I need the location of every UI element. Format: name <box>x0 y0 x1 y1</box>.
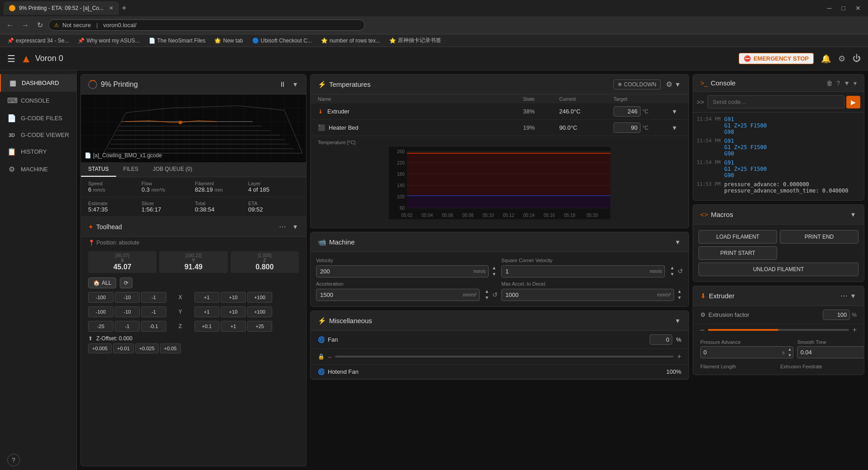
jog-y-minus100[interactable]: -100 <box>88 306 113 317</box>
jog-y-minus1[interactable]: -1 <box>141 306 166 317</box>
square-corner-input[interactable] <box>502 266 650 277</box>
load-filament-button[interactable]: LOAD FILAMENT <box>698 230 777 244</box>
toolhead-more-button[interactable]: ⋯ <box>277 221 288 232</box>
emergency-stop-button[interactable]: ⛔ EMERGENCY STOP <box>739 53 814 64</box>
tab-status[interactable]: STATUS <box>81 162 116 177</box>
jog-x-minus10[interactable]: -10 <box>115 292 140 303</box>
pressure-advance-input[interactable] <box>701 347 782 357</box>
pressure-advance-up[interactable]: ▲ <box>787 347 793 352</box>
bookmark-expresscard[interactable]: 📌 expresscard 34 - Se... <box>4 37 72 45</box>
jog-x-minus1[interactable]: -1 <box>141 292 166 303</box>
square-corner-down[interactable]: ▼ <box>669 271 676 277</box>
max-accel-input[interactable] <box>502 289 657 301</box>
max-accel-up[interactable]: ▲ <box>676 288 683 295</box>
expand-print-button[interactable]: ▾ <box>292 79 299 89</box>
bookmark-newtab[interactable]: 🌟 New tab <box>211 37 246 45</box>
extrusion-minus-icon[interactable]: – <box>700 326 704 334</box>
console-send-input[interactable] <box>708 95 844 108</box>
console-send-button[interactable]: ▶ <box>846 96 860 108</box>
acceleration-down[interactable]: ▼ <box>483 295 491 301</box>
square-corner-up[interactable]: ▲ <box>669 265 676 271</box>
minimize-button[interactable]: ─ <box>824 5 835 12</box>
all-home-button[interactable]: 🏠 ALL <box>88 277 116 288</box>
maximize-button[interactable]: □ <box>838 5 849 12</box>
velocity-input[interactable] <box>316 266 473 277</box>
menu-button[interactable]: ☰ <box>7 53 15 64</box>
new-tab-button[interactable]: + <box>119 4 129 13</box>
unload-filament-button[interactable]: UNLOAD FILAMENT <box>698 263 859 276</box>
zoffset-plus0025[interactable]: +0.025 <box>135 343 159 353</box>
extruder-expand-button[interactable]: ▾ <box>849 291 857 301</box>
jog-z-plus01[interactable]: +0.1 <box>194 321 220 332</box>
pressure-advance-down[interactable]: ▼ <box>787 352 793 358</box>
heater-bed-target-input[interactable] <box>613 122 641 133</box>
console-help-button[interactable]: ? <box>836 80 840 87</box>
square-corner-reset[interactable]: ↺ <box>678 268 683 275</box>
extruder-more-button[interactable]: ⋯ <box>839 291 849 301</box>
bookmark-asus[interactable]: 📌 Why wont my ASUS... <box>74 37 143 45</box>
fan-input[interactable] <box>650 334 672 345</box>
extrusion-plus-icon[interactable]: + <box>853 326 857 334</box>
jog-z-minus01[interactable]: -0.1 <box>141 321 166 332</box>
jog-z-plus1[interactable]: +1 <box>221 321 246 332</box>
back-button[interactable]: ← <box>4 20 16 30</box>
jog-y-plus100[interactable]: +100 <box>247 306 273 317</box>
misc-expand-button[interactable]: ▾ <box>674 315 681 326</box>
toolhead-collapse-button[interactable]: ▾ <box>292 221 299 232</box>
temp-expand-button[interactable]: ▾ <box>674 79 681 89</box>
jog-z-minus25[interactable]: -25 <box>88 321 113 332</box>
sidebar-item-dashboard[interactable]: ▦ DASHBOARD <box>0 74 76 92</box>
jog-x-plus10[interactable]: +10 <box>221 292 246 303</box>
extrusion-slider[interactable] <box>708 329 849 331</box>
jog-x-minus100[interactable]: -100 <box>88 292 113 303</box>
settings-icon[interactable]: ⚙ <box>838 54 845 64</box>
temp-settings-button[interactable]: ⚙ <box>664 79 674 89</box>
machine-expand-button[interactable]: ▾ <box>674 237 681 247</box>
fan-slider[interactable] <box>335 356 673 357</box>
jog-z-plus25[interactable]: +25 <box>247 321 273 332</box>
help-button[interactable]: ? <box>7 454 20 466</box>
jog-z-minus1[interactable]: -1 <box>115 321 140 332</box>
power-icon[interactable]: ⏻ <box>853 54 861 63</box>
extruder-temp-more[interactable]: ▾ <box>668 106 681 117</box>
jog-y-plus10[interactable]: +10 <box>221 306 246 317</box>
extrusion-factor-input[interactable] <box>823 310 850 320</box>
acceleration-reset[interactable]: ↺ <box>492 291 498 298</box>
jog-y-plus1[interactable]: +1 <box>194 306 220 317</box>
tab-files[interactable]: FILES <box>116 162 146 177</box>
forward-button[interactable]: → <box>19 20 32 30</box>
console-trash-button[interactable]: 🗑 <box>826 80 833 87</box>
print-start-button[interactable]: PRINT START <box>698 246 777 260</box>
close-button[interactable]: ✕ <box>852 5 864 12</box>
reload-button[interactable]: ↻ <box>34 20 46 30</box>
address-bar[interactable]: ⚠ Not secure | voron0.local/ <box>48 19 365 31</box>
tab-job-queue[interactable]: JOB QUEUE (0) <box>146 162 199 177</box>
pause-button[interactable]: ⏸ <box>277 80 288 89</box>
zoffset-plus001[interactable]: +0.01 <box>113 343 134 353</box>
bookmark-neosmartfiles[interactable]: 📄 The NeoSmart Files <box>145 37 209 45</box>
console-filter-button[interactable]: ▼ <box>844 80 850 87</box>
motors-off-button[interactable]: ⟳ <box>120 277 132 288</box>
console-expand-button[interactable]: ▾ <box>854 80 857 87</box>
zoffset-plus005[interactable]: +0.05 <box>160 343 181 353</box>
bookmark-ubisoft[interactable]: 🔵 Ubisoft Checkout C... <box>249 37 316 45</box>
browser-tab[interactable]: 9% Printing - ETA: 09:52 - [a]_Co... ✕ <box>4 1 119 15</box>
max-accel-down[interactable]: ▼ <box>676 295 683 301</box>
cooldown-button[interactable]: ❄ COOLDOWN <box>613 80 660 89</box>
bookmark-rows[interactable]: ⭐ number of rows tex... <box>317 37 384 45</box>
acceleration-up[interactable]: ▲ <box>483 288 491 295</box>
jog-x-plus1[interactable]: +1 <box>194 292 220 303</box>
heater-bed-temp-more[interactable]: ▾ <box>668 122 681 133</box>
acceleration-input[interactable] <box>316 289 463 301</box>
smooth-time-input[interactable] <box>797 347 864 357</box>
sidebar-item-gcode-files[interactable]: 📄 G-CODE FILES <box>0 109 76 127</box>
fan-add-button[interactable]: + <box>677 352 681 361</box>
bookmark-genshin[interactable]: ⭐ 原神抽卡记录书签 <box>386 36 445 45</box>
jog-y-minus10[interactable]: -10 <box>115 306 140 317</box>
sidebar-item-history[interactable]: 📋 HISTORY <box>0 143 76 160</box>
extruder-target-input[interactable] <box>613 106 641 117</box>
sidebar-item-console[interactable]: ⌨ CONSOLE <box>0 92 76 109</box>
sidebar-item-gcode-viewer[interactable]: 3D G-CODE VIEWER <box>0 127 76 143</box>
macros-expand-button[interactable]: ▾ <box>849 209 857 220</box>
minus-icon[interactable]: – <box>328 353 331 360</box>
